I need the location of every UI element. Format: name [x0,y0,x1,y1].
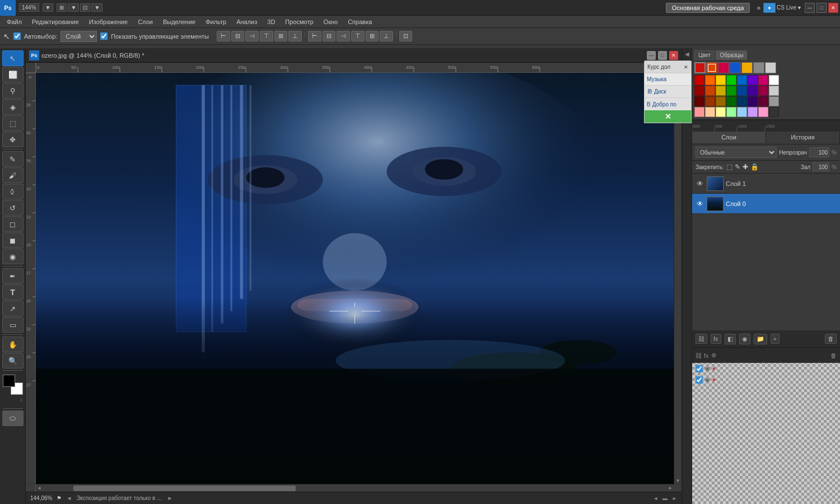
swatches-tab[interactable]: Образцы [716,50,747,60]
add-group-btn[interactable]: 📁 [754,334,767,344]
distrib-center-h-btn[interactable]: ⊟ [323,31,335,41]
autoselect-checkbox[interactable] [13,32,21,40]
layer-ctrl-link[interactable]: ⛓ [696,352,702,359]
swatch-cell-10[interactable] [716,86,726,96]
menu-edit[interactable]: Редактирование [27,17,83,26]
swatch-special-5[interactable] [741,62,753,73]
marquee-tool-btn[interactable]: ⬜ [2,67,24,82]
swatch-cell-7[interactable] [769,75,779,85]
layer-ctrl-adj[interactable]: ⊕ [711,352,716,359]
swatch-cell-0[interactable] [694,75,704,85]
menu-analysis[interactable]: Анализ [232,17,262,26]
layer-ctrl-trash[interactable]: 🗑 [830,352,837,359]
menu-view[interactable]: Просмотр [281,17,318,26]
history-brush-btn[interactable]: ↺ [2,200,24,216]
distrib-center-v-btn[interactable]: ⊞ [366,31,379,41]
eyedropper-tool-btn[interactable]: ✥ [2,132,24,147]
swatch-cell-16[interactable] [694,96,704,106]
healing-tool-btn[interactable]: ✎ [2,151,24,167]
swatch-cell-19[interactable] [726,96,736,106]
history-tab[interactable]: История [766,132,840,144]
swatch-cell-3[interactable] [726,75,736,85]
view-btn-1[interactable]: ⊞ [57,3,67,12]
bookmark-disk[interactable]: 🖹 [647,88,652,95]
swatch-cell-2[interactable] [716,75,726,85]
move-tool-btn[interactable]: ↖ [2,50,24,66]
swatch-cell-28[interactable] [737,107,747,117]
swatch-special-4[interactable] [730,62,741,73]
delete-layer-btn[interactable]: 🗑 [825,334,837,344]
scroll-left-arrow[interactable]: ◄ [37,486,41,491]
status-flag-icon[interactable]: ⚑ [57,495,62,501]
distrib-left-btn[interactable]: ⊢ [308,31,321,41]
canvas-maximize-btn[interactable]: □ [658,51,667,60]
swatch-cell-27[interactable] [726,107,736,117]
swatch-cell-23[interactable] [769,96,779,106]
swatch-cell-15[interactable] [769,86,779,96]
gradient-tool-btn[interactable]: ◼ [2,232,24,248]
zoom-control[interactable]: 144% [19,3,39,12]
path-select-btn[interactable]: ↗ [2,301,24,316]
swatch-cell-5[interactable] [748,75,758,85]
cs-live-dropdown[interactable]: ▼ [797,5,802,11]
scroll-h-thumb[interactable] [73,486,296,491]
panel-collapse-btn[interactable]: ◀ [683,49,692,58]
scroll-indicator-right[interactable]: ► [672,496,677,501]
quickmask-btn[interactable]: ⬭ [2,410,24,426]
eraser-tool-btn[interactable]: ◻ [2,216,24,232]
layer-ctrl-fx[interactable]: fx [704,352,709,359]
swatch-cell-31[interactable] [769,107,779,117]
swatch-cell-20[interactable] [737,96,747,106]
scroll-indicator-left[interactable]: ◄ [653,496,658,501]
align-top-btn[interactable]: ⊤ [260,31,273,41]
layer-item-1[interactable]: 👁 Слой 1 [692,174,840,194]
swatch-special-7[interactable] [765,62,776,73]
fg-color-swatch[interactable] [3,375,15,387]
swatch-cell-13[interactable] [748,86,758,96]
view-dropdown-2[interactable]: ▼ [91,3,102,12]
minimize-btn[interactable]: — [805,3,815,13]
distrib-top-btn[interactable]: ⊤ [351,31,365,41]
swatch-special-3[interactable] [718,62,729,73]
layer-extra-cb-2[interactable] [696,376,703,384]
menu-help[interactable]: Справка [343,17,376,26]
menu-window[interactable]: Окно [319,17,343,26]
swatch-cell-4[interactable] [737,75,747,85]
menu-image[interactable]: Изображение [85,17,132,26]
color-tab[interactable]: Цвет [694,50,715,60]
view-dropdown-1[interactable]: ▼ [68,3,79,12]
horizontal-scrollbar[interactable]: ◄ ► [36,484,674,492]
workspace-button[interactable]: Основная рабочая среда [666,3,750,13]
green-x-bar[interactable]: ✕ [645,110,691,123]
layer-extra-cb-1[interactable] [696,365,703,372]
show-controls-checkbox[interactable] [100,32,108,40]
align-right-btn[interactable]: ⊣ [245,31,259,41]
kurs-browser-tab[interactable]: Курс дол ✕ [644,60,692,73]
color-selector[interactable] [3,375,23,395]
bookmark-music[interactable]: Музыка [647,76,666,82]
dodge-tool-btn[interactable]: ◉ [2,249,24,264]
canvas-minimize-btn[interactable]: — [647,51,656,60]
close-btn[interactable]: ✕ [828,3,838,13]
align-center-h-btn[interactable]: ⊟ [231,31,244,41]
kurs-tab-close[interactable]: ✕ [684,64,688,70]
scroll-nav-right[interactable]: ► [167,495,173,501]
swatch-cell-1[interactable] [705,75,715,85]
swatch-special-2[interactable] [706,62,717,73]
bookmark-dobro[interactable]: B [647,101,651,108]
lock-move-btn[interactable]: ✚ [743,163,748,171]
menu-filter[interactable]: Фильтр [201,17,231,26]
view-btn-2[interactable]: ⊡ [80,3,90,12]
lock-checkers-btn[interactable]: ⬚ [726,163,732,171]
type-tool-btn[interactable]: T [2,284,24,300]
swatch-cell-9[interactable] [705,86,715,96]
vertical-scrollbar[interactable]: ▲ ▼ [674,73,682,484]
swatch-cell-30[interactable] [758,107,768,117]
swatch-special-6[interactable] [753,62,764,73]
maximize-btn[interactable]: □ [816,3,827,13]
swatch-cell-26[interactable] [716,107,726,117]
zoom-tool-btn[interactable]: 🔍 [2,353,24,368]
swatch-cell-14[interactable] [758,86,768,96]
pen-tool-btn[interactable]: ✒ [2,268,24,284]
new-layer-btn[interactable]: + [771,334,780,344]
